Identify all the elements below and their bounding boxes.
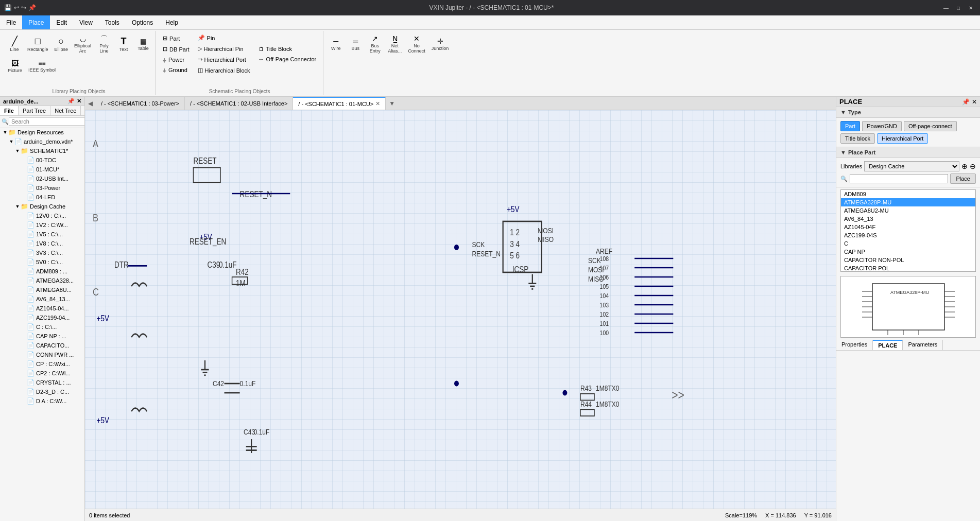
menu-file[interactable]: File <box>0 15 22 29</box>
title-block-tool[interactable]: 🗒 Title Block <box>255 44 320 54</box>
right-panel-pin[interactable]: 📌 <box>962 98 970 106</box>
left-tree-item[interactable]: 📄CRYSTAL : ... <box>0 378 84 387</box>
left-tree-item[interactable]: 📄03-Power <box>0 183 84 193</box>
db-part-tool[interactable]: ⊡ DB Part <box>159 44 193 54</box>
tab-place[interactable]: PLACE <box>873 340 903 350</box>
search-place-input[interactable] <box>850 174 948 183</box>
left-tree-item[interactable]: ▼📁SCHEMATIC1* <box>0 146 84 155</box>
component-list-item[interactable]: AV6_84_13 <box>841 215 975 223</box>
hierarchical-block-tool[interactable]: ◫ Hierarchical Block <box>194 65 254 75</box>
right-panel-close[interactable]: ✕ <box>972 98 977 106</box>
ieee-symbol-tool[interactable]: ≡≡ IEEE Symbol <box>26 58 58 75</box>
left-tree-item[interactable]: 📄02-USB Int... <box>0 174 84 183</box>
left-tree-item[interactable]: 📄01-MCU* <box>0 165 84 174</box>
undo-icon[interactable]: ↩ <box>14 4 19 11</box>
tab-01-mcu-close[interactable]: ✕ <box>375 100 380 107</box>
redo-icon[interactable]: ↪ <box>21 4 26 11</box>
left-tree-item[interactable]: 📄ATMEGA328... <box>0 276 84 285</box>
net-alias-tool[interactable]: N̲ NetAlias... <box>385 33 404 56</box>
component-list-item[interactable]: C <box>841 239 975 248</box>
remove-library-icon[interactable]: ⊖ <box>970 162 976 170</box>
left-tree-item[interactable]: 📄ADM809 : ... <box>0 267 84 276</box>
left-tree-item[interactable]: ▼📁Design Cache <box>0 202 84 211</box>
left-tree-item[interactable]: 📄D2-3_D : C... <box>0 387 84 396</box>
pin-icon[interactable]: 📌 <box>28 4 36 11</box>
component-list-item[interactable]: ATMEGA8U2-MU <box>841 206 975 215</box>
left-tree-item[interactable]: 📄1V5 : C:\... <box>0 230 84 239</box>
left-panel-pin[interactable]: 📌 <box>67 98 75 105</box>
tab-properties[interactable]: Properties <box>836 340 873 350</box>
off-page-connector-tool[interactable]: ↔ Off-Page Connector <box>255 55 320 64</box>
place-button[interactable]: Place <box>950 173 976 184</box>
left-tree-item[interactable]: 📄00-TOC <box>0 155 84 165</box>
type-btn-power-gnd[interactable]: Power/GND <box>862 121 902 131</box>
no-connect-tool[interactable]: ✕ NoConnect <box>405 33 428 56</box>
hierarchical-port-tool[interactable]: ⇒ Hierarchical Port <box>194 55 254 64</box>
left-tree-item[interactable]: 📄5V0 : C:\... <box>0 257 84 267</box>
component-list-item[interactable]: AZ1045-04F <box>841 223 975 231</box>
menu-options[interactable]: Options <box>126 15 159 29</box>
left-tree-item[interactable]: 📄AV6_84_13... <box>0 294 84 304</box>
tab-file[interactable]: File <box>0 106 19 115</box>
menu-view[interactable]: View <box>73 15 99 29</box>
close-button[interactable]: ✕ <box>966 3 976 13</box>
type-btn-title-block[interactable]: Title block <box>840 133 875 144</box>
left-tree-item[interactable]: 📄CP2 : C:\Wi... <box>0 369 84 378</box>
left-tree-item[interactable]: 📄3V3 : C:\... <box>0 248 84 257</box>
left-tree-item[interactable]: 📄1V8 : C:\... <box>0 239 84 248</box>
left-tree-item[interactable]: 📄AZ1045-04... <box>0 304 84 313</box>
left-tree-item[interactable]: 📄CAP NP : ... <box>0 332 84 341</box>
table-tool[interactable]: ▦ Table <box>134 36 152 53</box>
power-tool[interactable]: ⏚ Power <box>159 55 193 64</box>
left-tree-item[interactable]: 📄C : C:\... <box>0 322 84 332</box>
left-tree-item[interactable]: 📄AZC199-04... <box>0 313 84 322</box>
ellipse-tool[interactable]: ○ Ellipse <box>52 34 71 54</box>
left-search-input[interactable] <box>9 117 85 126</box>
hierarchical-pin-tool[interactable]: ▷ Hierarchical Pin <box>194 44 254 54</box>
left-tree-item[interactable]: 📄D A : C:\W... <box>0 396 84 406</box>
component-list-item[interactable]: CAPACITOR NON-POL <box>841 256 975 264</box>
tab-net-tree[interactable]: Net Tree <box>50 106 81 115</box>
menu-place[interactable]: Place <box>22 15 50 29</box>
type-btn-off-page[interactable]: Off-page-connect <box>904 121 957 131</box>
left-tree-item[interactable]: 📄CONN PWR ... <box>0 350 84 359</box>
pin-tool[interactable]: 📌 Pin <box>194 33 254 43</box>
left-tree-item[interactable]: ▼📄arduino_demo.vdn* <box>0 137 84 146</box>
left-tree-item[interactable]: 📄04-LED <box>0 193 84 202</box>
tab-03-power[interactable]: / - <SCHEMATIC1 : 03-Power> <box>96 97 185 110</box>
component-list-item[interactable]: CAPACITOR POL <box>841 264 975 272</box>
line-tool[interactable]: ╱ Line <box>5 34 24 54</box>
component-list-item[interactable]: ADM809 <box>841 190 975 198</box>
tab-prev-arrow[interactable]: ◀ <box>85 100 96 107</box>
picture-tool[interactable]: 🖼 Picture <box>5 58 25 75</box>
tab-part-tree[interactable]: Part Tree <box>19 106 50 115</box>
type-btn-hier-port[interactable]: Hierarchical Port <box>877 133 928 144</box>
tab-01-mcu[interactable]: / - <SCHEMATIC1 : 01-MCU> ✕ <box>293 97 386 110</box>
left-tree-item[interactable]: 📄CAPACITO... <box>0 341 84 350</box>
rectangle-tool[interactable]: □ Rectangle <box>25 34 51 54</box>
menu-tools[interactable]: Tools <box>99 15 126 29</box>
left-tree-item[interactable]: 📄CP : C:\Wxi... <box>0 359 84 369</box>
menu-help[interactable]: Help <box>159 15 184 29</box>
schematic-canvas[interactable]: A B C RESET DTR +5V +5V +5V RES <box>85 110 836 509</box>
menu-edit[interactable]: Edit <box>50 15 73 29</box>
component-list-item[interactable]: ATMEGA328P-MU <box>841 198 975 206</box>
left-tree-item[interactable]: ▼📁Design Resources <box>0 128 84 137</box>
ground-tool[interactable]: ⏚ Ground <box>159 65 193 75</box>
tab-02-usb[interactable]: / - <SCHEMATIC1 : 02-USB Interface> <box>185 97 293 110</box>
component-list-item[interactable]: CAP NP <box>841 248 975 256</box>
text-tool[interactable]: T Text <box>114 34 133 54</box>
maximize-button[interactable]: □ <box>953 3 964 13</box>
tab-dropdown-arrow[interactable]: ▼ <box>386 100 398 107</box>
bus-tool[interactable]: ═ Bus <box>346 36 365 53</box>
add-library-icon[interactable]: ⊕ <box>961 162 968 170</box>
wire-tool[interactable]: ─ Wire <box>326 36 345 53</box>
save-icon[interactable]: 💾 <box>4 4 12 11</box>
left-panel-close[interactable]: ✕ <box>77 98 81 105</box>
elliptical-arc-tool[interactable]: ◡ EllipticalArc <box>72 33 94 56</box>
bus-entry-tool[interactable]: ↗ BusEntry <box>366 33 384 56</box>
left-tree-item[interactable]: 📄ATMEGA8U... <box>0 285 84 294</box>
component-list-item[interactable]: AZC199-04S <box>841 231 975 239</box>
part-tool[interactable]: ⊞ Part <box>159 33 193 43</box>
junction-tool[interactable]: ✛ Junction <box>429 36 452 53</box>
